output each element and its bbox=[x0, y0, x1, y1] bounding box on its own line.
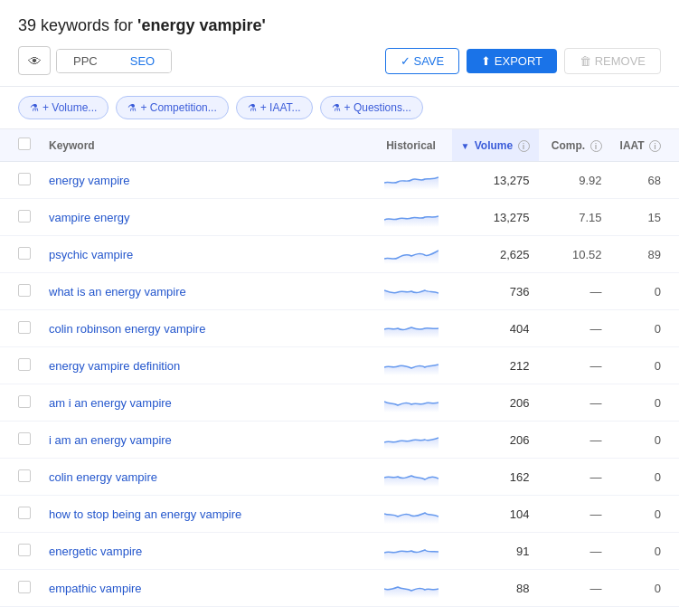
row-checkbox[interactable] bbox=[18, 507, 31, 519]
row-checkbox[interactable] bbox=[18, 395, 31, 408]
row-keyword-cell[interactable]: vampire energy bbox=[40, 199, 371, 236]
row-volume-cell: 13,275 bbox=[452, 199, 539, 236]
page-title: 39 keywords for 'energy vampire' bbox=[18, 16, 661, 35]
eye-button[interactable]: 👁 bbox=[18, 46, 51, 75]
row-volume-cell: 104 bbox=[452, 496, 539, 533]
row-checkbox[interactable] bbox=[18, 432, 31, 445]
save-button[interactable]: ✓ SAVE bbox=[385, 48, 459, 74]
row-iaat-cell: 89 bbox=[611, 236, 679, 273]
row-checkbox[interactable] bbox=[18, 210, 31, 223]
row-keyword-cell[interactable]: colin energy vampire bbox=[40, 459, 371, 496]
row-historical-cell bbox=[371, 347, 452, 384]
row-volume-cell: 206 bbox=[452, 422, 539, 459]
row-checkbox[interactable] bbox=[18, 247, 31, 260]
filter-competition[interactable]: ⚗ + Competition... bbox=[116, 96, 228, 119]
search-query: 'energy vampire' bbox=[137, 16, 266, 34]
tab-ppc[interactable]: PPC bbox=[57, 50, 114, 72]
table-row: colin robinson energy vampire 404 — 0 bbox=[0, 310, 679, 347]
volume-info-icon[interactable]: i bbox=[518, 140, 530, 152]
row-keyword-cell[interactable]: energy vampire definition bbox=[40, 347, 371, 384]
row-check-cell bbox=[0, 162, 40, 199]
row-keyword-cell[interactable]: empathic vampire bbox=[40, 570, 371, 607]
table-row: energy vampire 13,275 9.92 68 bbox=[0, 162, 679, 199]
tab-seo[interactable]: SEO bbox=[114, 50, 171, 72]
row-keyword-cell[interactable]: energetic vampire bbox=[40, 533, 371, 570]
table-row: how to stop being an energy vampire 104 … bbox=[0, 496, 679, 533]
row-volume-cell: 91 bbox=[452, 533, 539, 570]
toolbar-left: 👁 PPC SEO bbox=[18, 46, 172, 75]
historical-col-label: Historical bbox=[386, 139, 436, 152]
row-keyword-cell[interactable]: i am an energy vampire bbox=[40, 422, 371, 459]
row-check-cell bbox=[0, 199, 40, 236]
main-container: 39 keywords for 'energy vampire' 👁 PPC S… bbox=[0, 0, 679, 616]
row-checkbox[interactable] bbox=[18, 469, 31, 482]
select-all-checkbox[interactable] bbox=[18, 137, 31, 150]
row-comp-cell: 9.92 bbox=[539, 162, 611, 199]
row-keyword-cell[interactable]: am i an energy vampire bbox=[40, 384, 371, 422]
row-checkbox[interactable] bbox=[18, 321, 31, 334]
table-row: energetic vampire 91 — 0 bbox=[0, 533, 679, 570]
row-check-cell bbox=[0, 570, 40, 607]
row-iaat-cell: 0 bbox=[611, 422, 679, 459]
row-check-cell bbox=[0, 459, 40, 496]
table-row: empathic vampire 88 — 0 bbox=[0, 570, 679, 607]
filter-volume-label: + Volume... bbox=[42, 101, 97, 114]
row-iaat-cell: 0 bbox=[611, 496, 679, 533]
row-keyword-cell[interactable]: what is an energy vampire bbox=[40, 273, 371, 310]
row-volume-cell: 404 bbox=[452, 310, 539, 347]
row-comp-cell: 7.15 bbox=[539, 199, 611, 236]
sparkline-chart bbox=[384, 541, 439, 561]
row-checkbox[interactable] bbox=[18, 173, 31, 185]
row-checkbox[interactable] bbox=[18, 358, 31, 371]
toolbar-right: ✓ SAVE ⬆ EXPORT 🗑 REMOVE bbox=[385, 48, 661, 74]
row-check-cell bbox=[0, 310, 40, 347]
iaat-info-icon[interactable]: i bbox=[649, 140, 661, 152]
row-keyword-cell[interactable]: energy vampire bbox=[40, 162, 371, 199]
filters-bar: ⚗ + Volume... ⚗ + Competition... ⚗ + IAA… bbox=[0, 87, 679, 128]
row-comp-cell: — bbox=[539, 310, 611, 347]
row-keyword-cell[interactable]: colin robinson energy vampire bbox=[40, 310, 371, 347]
table-header-row: Keyword Historical ▼ Volume i Comp. i bbox=[0, 129, 679, 162]
row-keyword-cell[interactable]: psychic vampire bbox=[40, 236, 371, 273]
export-button[interactable]: ⬆ EXPORT bbox=[467, 49, 557, 73]
row-volume-cell: 206 bbox=[452, 384, 539, 422]
table-body: energy vampire 13,275 9.92 68 vampire en… bbox=[0, 162, 679, 607]
row-volume-cell: 2,625 bbox=[452, 236, 539, 273]
row-historical-cell bbox=[371, 199, 452, 236]
filter-iaat[interactable]: ⚗ + IAAT... bbox=[236, 96, 313, 119]
header-keyword: Keyword bbox=[40, 129, 371, 162]
row-checkbox[interactable] bbox=[18, 544, 31, 556]
row-volume-cell: 88 bbox=[452, 570, 539, 607]
sparkline-chart bbox=[384, 393, 439, 412]
row-volume-cell: 162 bbox=[452, 459, 539, 496]
header-volume[interactable]: ▼ Volume i bbox=[452, 129, 539, 162]
volume-col-label: Volume bbox=[475, 139, 513, 152]
row-check-cell bbox=[0, 496, 40, 533]
sparkline-chart bbox=[384, 504, 439, 524]
row-comp-cell: 10.52 bbox=[539, 236, 611, 273]
row-volume-cell: 736 bbox=[452, 273, 539, 310]
sparkline-chart bbox=[384, 318, 439, 338]
table-row: vampire energy 13,275 7.15 15 bbox=[0, 199, 679, 236]
table-row: what is an energy vampire 736 — 0 bbox=[0, 273, 679, 310]
row-historical-cell bbox=[371, 384, 452, 422]
filter-icon-competition: ⚗ bbox=[127, 102, 137, 114]
comp-info-icon[interactable]: i bbox=[590, 140, 602, 152]
filter-questions[interactable]: ⚗ + Questions... bbox=[320, 96, 423, 119]
row-comp-cell: — bbox=[539, 273, 611, 310]
filter-competition-label: + Competition... bbox=[140, 101, 216, 114]
row-check-cell bbox=[0, 273, 40, 310]
sparkline-chart bbox=[384, 244, 439, 264]
remove-button[interactable]: 🗑 REMOVE bbox=[564, 48, 661, 74]
row-checkbox[interactable] bbox=[18, 581, 31, 593]
table-row: am i an energy vampire 206 — 0 bbox=[0, 384, 679, 422]
sparkline-chart bbox=[384, 207, 439, 227]
filter-volume[interactable]: ⚗ + Volume... bbox=[18, 96, 108, 119]
keyword-table-container: Keyword Historical ▼ Volume i Comp. i bbox=[0, 129, 679, 607]
sparkline-chart bbox=[384, 430, 439, 450]
filter-icon-iaat: ⚗ bbox=[248, 102, 257, 114]
row-keyword-cell[interactable]: how to stop being an energy vampire bbox=[40, 496, 371, 533]
row-checkbox[interactable] bbox=[18, 284, 31, 297]
filter-icon-volume: ⚗ bbox=[30, 102, 39, 114]
filter-iaat-label: + IAAT... bbox=[260, 101, 301, 114]
